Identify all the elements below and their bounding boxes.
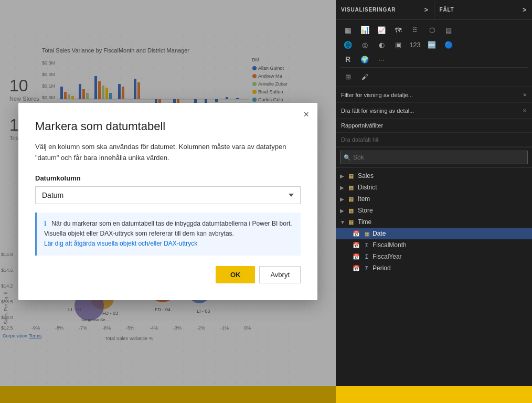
viz-icon-pie[interactable]: ⬡ (424, 23, 440, 37)
info-icon: ℹ (44, 220, 47, 227)
label-date: Date (373, 230, 386, 237)
viz-icon-scatter[interactable]: ⠿ (407, 23, 423, 37)
label-item: Item (358, 195, 370, 203)
filter-x-2[interactable]: × (523, 107, 527, 114)
viz-icon-slicer[interactable]: 🔤 (424, 38, 440, 51)
table-icon-sales: ▦ (346, 173, 356, 179)
falt-tab[interactable]: FÄLT > (434, 0, 533, 19)
tree-item-fiscalmonth[interactable]: 📅 Σ FiscalMonth (336, 239, 532, 251)
label-district: District (358, 184, 377, 191)
tree-item-period[interactable]: 📅 Σ Period (336, 262, 532, 274)
viz-icon-globe[interactable]: 🌍 (357, 52, 373, 66)
modal-close-button[interactable]: × (303, 109, 309, 120)
filter-item-3[interactable]: Rapportnivåfilter (336, 119, 532, 133)
filter-section: Filter för visning av detalje... × Dra f… (336, 87, 532, 147)
info-text: När du markerar som en datumtabell tas d… (44, 220, 292, 237)
viz-icon-r[interactable]: R (340, 52, 356, 66)
tree-item-sales[interactable]: ▶ ▦ Sales (336, 170, 532, 182)
viz-icon-donut[interactable]: ◎ (357, 38, 373, 51)
cancel-button[interactable]: Avbryt (259, 266, 301, 283)
modal-description: Välj en kolumn som ska användas för datu… (35, 142, 301, 164)
cal-icon-period: 📅 (352, 265, 361, 272)
cal-icon-fiscalmonth: 📅 (352, 242, 361, 249)
viz-icon-gauge[interactable]: ◐ (374, 38, 389, 51)
arrow-item: ▶ (340, 196, 346, 202)
filter-x-1[interactable]: × (523, 91, 527, 99)
table-icon-item: ▦ (346, 196, 356, 203)
tree-item-time[interactable]: ▼ ▦ Time (336, 216, 532, 228)
arrow-sales: ▶ (340, 173, 346, 179)
modal-title: Markera som datumtabell (35, 120, 301, 133)
filter-and-fields: Filter för visning av detalje... × Dra f… (336, 87, 532, 403)
viz-icon-more[interactable]: ··· (374, 52, 389, 66)
viz-icon-area[interactable]: 🗺 (390, 23, 406, 37)
table-icon-district: ▦ (346, 184, 356, 191)
table-icon-time: ▦ (346, 219, 356, 226)
label-store: Store (358, 207, 373, 214)
label-sales: Sales (358, 172, 374, 179)
tree-item-store[interactable]: ▶ ▦ Store (336, 205, 532, 216)
arrow-store: ▶ (340, 208, 346, 214)
table-icon-store: ▦ (346, 207, 356, 214)
modal-buttons: OK Avbryt (35, 266, 301, 283)
viz-icon-table[interactable]: ▤ (441, 23, 456, 37)
tree-item-date[interactable]: 📅 ▦ Date (336, 228, 532, 239)
tree-item-fiscalyear[interactable]: 📅 Σ FiscalYear (336, 251, 532, 262)
sigma-icon-fiscalmonth: Σ (363, 242, 370, 248)
search-input[interactable] (340, 151, 528, 164)
panel-header: VISUALISERINGAR > FÄLT > (336, 0, 532, 20)
cal-icon-fiscalyear: 📅 (352, 253, 361, 260)
viz-icon-bar[interactable]: ▦ (340, 23, 356, 37)
label-fiscalyear: FiscalYear (373, 253, 402, 260)
label-fiscalmonth: FiscalMonth (373, 241, 407, 249)
viz-icon-card[interactable]: ▣ (390, 38, 406, 51)
viz-icon-shape[interactable]: 🔵 (441, 38, 456, 51)
ok-button[interactable]: OK (216, 266, 256, 283)
viz-icon-fields[interactable]: ⊞ (340, 70, 356, 83)
filter-item-2[interactable]: Dra fält för visning av detal... × (336, 103, 532, 119)
viz-icon-kpi[interactable]: 123 (407, 38, 423, 51)
fields-tree: ▶ ▦ Sales ▶ ▦ District ▶ ▦ Item ▶ ▦ Stor… (336, 168, 532, 276)
tree-item-item[interactable]: ▶ ▦ Item (336, 193, 532, 205)
cal-icon-date: 📅 (352, 230, 361, 237)
sigma-icon-fiscalyear: Σ (363, 254, 370, 260)
arrow-time: ▼ (340, 219, 346, 225)
viz-icon-col[interactable]: 📊 (357, 23, 373, 37)
tree-item-district[interactable]: ▶ ▦ District (336, 182, 532, 193)
modal-dialog: × Markera som datumtabell Välj en kolumn… (18, 103, 317, 300)
modal-overlay: × Markera som datumtabell Välj en kolumn… (0, 0, 336, 403)
filter-item-1[interactable]: Filter för visning av detalje... × (336, 87, 532, 103)
table-sub-icon-date: ▦ (363, 231, 370, 237)
datum-column-select[interactable]: Datum (35, 186, 301, 204)
search-wrapper: 🔍 (340, 151, 528, 164)
info-link[interactable]: Lär dig att åtgärda visuella objekt och/… (44, 240, 197, 247)
viz-icon-line[interactable]: 📈 (374, 23, 389, 37)
viz-icon-format[interactable]: 🖌 (357, 70, 373, 83)
sigma-icon-period: Σ (363, 266, 370, 271)
right-panel: VISUALISERINGAR > FÄLT > ▦ 📊 📈 🗺 ⠿ ⬡ ▤ 🌐… (336, 0, 532, 403)
search-section: 🔍 (336, 147, 532, 168)
viz-icons-section: ▦ 📊 📈 🗺 ⠿ ⬡ ▤ 🌐 ◎ ◐ ▣ 123 🔤 🔵 R 🌍 ··· ⊞ (336, 20, 532, 87)
viz-icon-map[interactable]: 🌐 (340, 38, 356, 51)
arrow-district: ▶ (340, 185, 346, 190)
filter-item-4: Dra datafält hit (336, 133, 532, 147)
label-time: Time (358, 218, 371, 226)
dropdown-label: Datumkolumn (35, 174, 301, 182)
label-period: Period (373, 264, 391, 272)
viz-tab[interactable]: VISUALISERINGAR > (336, 0, 434, 19)
search-icon: 🔍 (344, 154, 351, 161)
info-box: ℹ När du markerar som en datumtabell tas… (35, 213, 301, 256)
